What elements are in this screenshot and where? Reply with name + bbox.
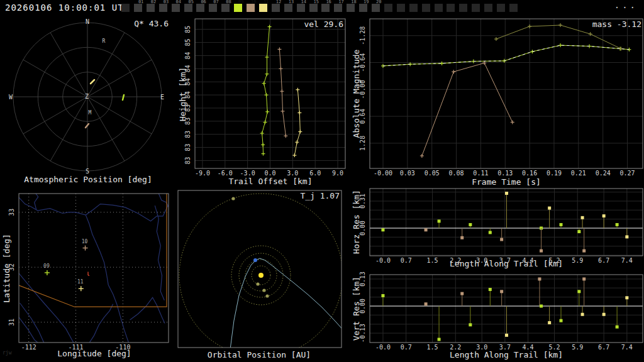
x-tick-label: 0.7 <box>401 257 412 264</box>
x-tick-label: 1.5 <box>427 257 438 264</box>
x-tick-label: -0.00 <box>374 170 392 177</box>
cardinal-label-S: S <box>86 168 89 175</box>
y-tick-label: 83 <box>184 144 191 151</box>
stem-marker <box>425 228 428 231</box>
stem-marker <box>577 290 580 293</box>
stem-marker <box>438 338 441 341</box>
orbit-panel-title: Orbital Position [AU] <box>208 351 311 359</box>
plot-border <box>370 189 643 256</box>
stem-marker <box>582 277 586 280</box>
stem-marker <box>438 219 441 222</box>
stem-marker <box>505 192 508 195</box>
plot-border <box>178 190 341 348</box>
x-tick-label: 0.16 <box>522 170 537 177</box>
plot-border <box>19 194 169 343</box>
annotation-R: R <box>103 38 106 44</box>
stem-marker <box>581 216 584 219</box>
stem-marker <box>425 302 428 305</box>
stem-marker <box>560 223 563 226</box>
cardinal-label-N: N <box>86 18 89 25</box>
x-tick-label: -0.0 <box>375 344 391 351</box>
river <box>19 197 168 221</box>
orbit-layers <box>179 194 346 357</box>
stem-marker <box>582 250 586 253</box>
planet-dot <box>256 282 259 285</box>
x-tick-label: 0.24 <box>596 170 611 177</box>
vert-res-ylabel: Vert Res [km] <box>352 277 361 341</box>
stem-marker <box>602 313 606 316</box>
y-tick-label: 85 <box>184 39 191 47</box>
plot-border <box>370 19 643 168</box>
x-tick-label: 0.21 <box>571 170 586 177</box>
q-star-value: Q* 43.6 <box>134 19 169 28</box>
atmos-plot: NSWEZRM <box>9 18 164 175</box>
horz-res-xlabel: Length Along Trail [km] <box>450 260 563 268</box>
watermark: rjw <box>3 350 11 356</box>
stem-marker <box>505 334 508 337</box>
stem-marker <box>469 223 472 226</box>
event-ground-track <box>88 272 89 276</box>
x-tick-label: 5.9 <box>572 344 583 351</box>
river <box>35 194 38 209</box>
river <box>19 317 38 343</box>
y-tick-label: -1.28 <box>359 26 366 45</box>
station-label-09: 09 <box>43 263 50 269</box>
cardinal-label-Z: Z <box>85 93 89 100</box>
x-tick-label: 7.4 <box>621 257 633 264</box>
planet-dot <box>231 197 235 200</box>
map-ylabel: Latitude [deg] <box>3 234 11 303</box>
horz_res-plot: -0.00.71.52.23.03.74.45.25.96.77.40.310.… <box>359 189 643 264</box>
x-tick-label: -9.0 <box>195 170 210 177</box>
mag-xlabel: Frame Time [s] <box>472 178 541 187</box>
y-tick-label: 85 <box>184 26 191 33</box>
stem-marker <box>381 228 384 231</box>
meteoroid-trajectory <box>230 258 346 349</box>
x-tick-label: -112 <box>21 344 36 351</box>
stem-marker <box>616 326 619 329</box>
x-tick-label: 0.19 <box>547 170 562 177</box>
y-tick-label: 1.28 <box>359 136 366 151</box>
stem-marker <box>469 323 472 326</box>
vert-res-xlabel: Length Along Trail [km] <box>450 351 563 359</box>
stem-marker <box>500 238 503 241</box>
x-tick-label: 7.4 <box>621 344 633 351</box>
x-tick-label: 6.7 <box>598 344 609 351</box>
x-tick-label: -3.0 <box>240 170 255 177</box>
cardinal-label-W: W <box>9 94 13 101</box>
river <box>155 206 164 300</box>
mag-plot: -0.000.030.050.080.110.130.160.190.210.2… <box>359 19 643 177</box>
stem-marker <box>625 296 628 299</box>
vert_res-plot: -0.00.71.52.23.03.74.45.25.96.77.40.130.… <box>359 272 643 351</box>
stem-marker <box>489 231 492 234</box>
stem-marker <box>489 288 492 291</box>
stem-marker <box>616 223 619 226</box>
horz-res-ylabel: Horz Res [km] <box>352 190 361 254</box>
earth-dot <box>253 258 257 262</box>
stem-marker <box>548 321 551 324</box>
planet-dot <box>265 294 269 297</box>
x-tick-label: 5.9 <box>572 257 583 264</box>
stem-marker <box>577 230 580 233</box>
y-tick-label: 83 <box>184 131 191 138</box>
x-tick-label: 0.05 <box>425 170 440 177</box>
mag-ylabel: Absolute Magnitude <box>352 50 361 138</box>
y-tick-label: 84 <box>184 52 191 59</box>
stem-marker <box>540 250 543 253</box>
tisserand-value: T_j 1.07 <box>300 192 340 200</box>
stem-marker <box>538 277 541 280</box>
meteor-streak <box>91 80 94 84</box>
x-tick-label: 0.03 <box>400 170 415 177</box>
stem-marker <box>602 214 606 217</box>
y-tick-label: 33 <box>8 209 15 216</box>
sun-dot <box>258 273 264 278</box>
x-tick-label: 6.7 <box>598 257 609 264</box>
map-layers: 091011 <box>19 194 169 343</box>
trail-plot: -9.0-6.0-3.00.03.06.09.08585848484848383… <box>184 19 345 177</box>
stem-marker <box>381 294 384 297</box>
stem-marker <box>460 236 464 239</box>
x-tick-label: -0.0 <box>375 257 391 264</box>
trail-xlabel: Trail Offset [km] <box>228 177 312 186</box>
x-tick-label: 6.0 <box>309 170 321 177</box>
station-label-11: 11 <box>77 279 84 285</box>
x-tick-label: 0.08 <box>449 170 464 177</box>
